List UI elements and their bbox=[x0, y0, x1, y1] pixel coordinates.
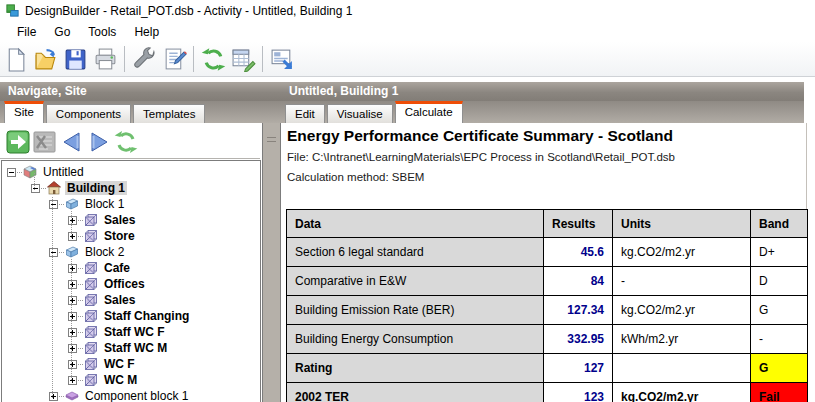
cell-band: D+ bbox=[751, 238, 808, 267]
table-row: Building Energy Consumption332.95kWh/m2.… bbox=[287, 325, 808, 354]
print-button[interactable] bbox=[90, 44, 120, 74]
tree-item-offices[interactable]: Offices bbox=[2, 276, 260, 292]
tree-connector bbox=[41, 188, 46, 189]
panel-splitter[interactable] bbox=[262, 123, 281, 402]
tree-item-staff-wc-m[interactable]: Staff WC M bbox=[2, 340, 260, 356]
edit-table-button[interactable] bbox=[228, 44, 258, 74]
expand-icon[interactable] bbox=[68, 376, 77, 385]
collapse-icon[interactable] bbox=[31, 184, 40, 193]
tree-item-label: Offices bbox=[102, 277, 147, 291]
tools-wrench-icon bbox=[132, 47, 157, 72]
table-row: Section 6 legal standard45.6kg.CO2/m2.yr… bbox=[287, 238, 808, 267]
tree-item-staff-wc-f[interactable]: Staff WC F bbox=[2, 324, 260, 340]
tools-wrench-button[interactable] bbox=[129, 44, 159, 74]
cell-units: kg.CO2/m2.yr bbox=[613, 383, 751, 402]
designbuilder-window: DesignBuilder - Retail_POT.dsb - Activit… bbox=[0, 0, 815, 402]
go-green-arrow-icon bbox=[6, 130, 30, 154]
refresh-green-button[interactable] bbox=[112, 129, 139, 155]
back-arrow-icon bbox=[60, 130, 84, 154]
cancel-disabled-icon bbox=[33, 130, 57, 154]
save-file-button[interactable] bbox=[60, 44, 90, 74]
tree-item-sales[interactable]: Sales bbox=[2, 292, 260, 308]
tree-item-label: WC F bbox=[102, 357, 137, 371]
toolbar-separator bbox=[262, 46, 263, 72]
collapse-icon[interactable] bbox=[49, 248, 58, 257]
refresh-model-button[interactable] bbox=[198, 44, 228, 74]
tree-item-block-2[interactable]: Block 2 bbox=[2, 244, 260, 260]
expand-icon[interactable] bbox=[68, 264, 77, 273]
expand-icon[interactable] bbox=[49, 392, 58, 401]
back-arrow-button[interactable] bbox=[58, 129, 85, 155]
window-title: DesignBuilder - Retail_POT.dsb - Activit… bbox=[25, 4, 352, 18]
tree-item-building-1[interactable]: Building 1 bbox=[2, 180, 260, 196]
menu-help[interactable]: Help bbox=[125, 23, 168, 41]
open-file-icon bbox=[33, 47, 58, 72]
cell-data: Comparative in E&W bbox=[287, 267, 544, 296]
panel-header-bar: Navigate, Site Untitled, Building 1 bbox=[0, 82, 804, 101]
report-export-button[interactable] bbox=[267, 44, 297, 74]
main-toolbar bbox=[0, 42, 815, 77]
edit-table-icon bbox=[231, 47, 256, 72]
new-file-button[interactable] bbox=[0, 44, 30, 74]
menu-go[interactable]: Go bbox=[45, 23, 79, 41]
forward-arrow-button[interactable] bbox=[85, 129, 112, 155]
left-tabset: SiteComponentsTemplates bbox=[4, 101, 207, 123]
menu-bar: FileGoToolsHelp bbox=[0, 21, 815, 42]
cell-band: - bbox=[751, 325, 808, 354]
table-header-row: DataResultsUnitsBand bbox=[287, 210, 808, 238]
collapse-icon[interactable] bbox=[7, 168, 16, 177]
tree-item-wc-m[interactable]: WC M bbox=[2, 372, 260, 388]
left-panel-title: Navigate, Site bbox=[8, 84, 87, 98]
tab-components[interactable]: Components bbox=[46, 104, 131, 123]
go-green-arrow-button[interactable] bbox=[4, 129, 31, 155]
epc-file-path: File: C:\Intranet\LearningMaterials\EPC … bbox=[287, 151, 675, 163]
tree-connector bbox=[78, 236, 83, 237]
open-file-button[interactable] bbox=[30, 44, 60, 74]
tree-item-label: Staff WC M bbox=[102, 341, 169, 355]
tab-calculate[interactable]: Calculate bbox=[395, 101, 463, 123]
cell-units: kg.CO2/m2.yr bbox=[613, 238, 751, 267]
tree-item-label: Sales bbox=[102, 213, 137, 227]
table-row: Rating127G bbox=[287, 354, 808, 383]
tree-item-block-1[interactable]: Block 1 bbox=[2, 196, 260, 212]
tab-site[interactable]: Site bbox=[4, 101, 44, 123]
table-row: Building Emission Rate (BER)127.34kg.CO2… bbox=[287, 296, 808, 325]
menu-tools[interactable]: Tools bbox=[79, 23, 125, 41]
expand-icon[interactable] bbox=[68, 360, 77, 369]
zone-icon bbox=[84, 261, 98, 275]
cell-band: D bbox=[751, 267, 808, 296]
expand-icon[interactable] bbox=[68, 232, 77, 241]
block-icon bbox=[65, 197, 79, 211]
expand-icon[interactable] bbox=[68, 344, 77, 353]
tree-item-untitled[interactable]: Untitled bbox=[2, 164, 260, 180]
cell-units bbox=[613, 354, 751, 383]
tab-templates[interactable]: Templates bbox=[133, 104, 205, 123]
tree-item-sales[interactable]: Sales bbox=[2, 212, 260, 228]
tab-visualise[interactable]: Visualise bbox=[327, 104, 393, 123]
tree-item-label: WC M bbox=[102, 373, 139, 387]
tree-item-staff-changing[interactable]: Staff Changing bbox=[2, 308, 260, 324]
zone-icon bbox=[84, 309, 98, 323]
tree-item-wc-f[interactable]: WC F bbox=[2, 356, 260, 372]
cell-result: 332.95 bbox=[544, 325, 613, 354]
tab-edit[interactable]: Edit bbox=[285, 104, 325, 123]
expand-icon[interactable] bbox=[68, 296, 77, 305]
tree-connector bbox=[78, 300, 83, 301]
app-icon bbox=[5, 3, 20, 18]
menu-file[interactable]: File bbox=[8, 23, 45, 41]
cell-band: G bbox=[751, 354, 808, 383]
tree-item-cafe[interactable]: Cafe bbox=[2, 260, 260, 276]
tree-item-component-block-1[interactable]: Component block 1 bbox=[2, 388, 260, 402]
collapse-icon[interactable] bbox=[49, 200, 58, 209]
column-header-results: Results bbox=[544, 210, 613, 238]
expand-icon[interactable] bbox=[68, 312, 77, 321]
tree-connector bbox=[59, 204, 64, 205]
tree-item-label: Building 1 bbox=[65, 181, 127, 195]
zone-icon bbox=[84, 325, 98, 339]
edit-script-button[interactable] bbox=[159, 44, 189, 74]
zone-icon bbox=[84, 229, 98, 243]
expand-icon[interactable] bbox=[68, 328, 77, 337]
tree-item-store[interactable]: Store bbox=[2, 228, 260, 244]
expand-icon[interactable] bbox=[68, 280, 77, 289]
expand-icon[interactable] bbox=[68, 216, 77, 225]
